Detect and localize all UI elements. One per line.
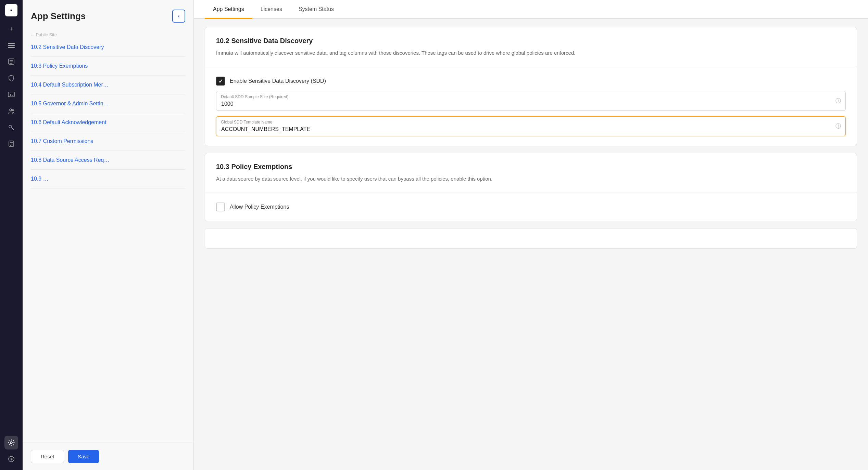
policy-checkbox-row: Allow Policy Exemptions (216, 203, 846, 211)
template-help-icon[interactable]: ⓘ (835, 123, 841, 130)
top-tabs: App Settings Licenses System Status (194, 0, 868, 19)
svg-rect-2 (8, 47, 15, 48)
nav-icon-settings[interactable] (4, 436, 18, 449)
nav-icon-shield[interactable] (4, 71, 18, 85)
sidebar-item-10-4[interactable]: 10.4 Default Subscription Mer… (31, 76, 185, 94)
policy-exemptions-checkbox[interactable] (216, 203, 225, 211)
reset-button[interactable]: Reset (31, 450, 64, 463)
sidebar-item-10-3[interactable]: 10.3 Policy Exemptions (31, 57, 185, 76)
sdd-description: Immuta will automatically discover sensi… (216, 49, 846, 57)
nav-icon-bottom[interactable] (4, 452, 18, 466)
sidebar-title: App Settings (31, 11, 86, 22)
svg-point-11 (9, 125, 12, 128)
nav-icon-users[interactable] (4, 104, 18, 118)
sidebar-item-10-9[interactable]: 10.9 … (31, 170, 185, 188)
template-input-group: Global SDD Template Name ⓘ (216, 116, 846, 136)
sdd-checkbox[interactable] (216, 77, 225, 86)
policy-checkbox-section: Allow Policy Exemptions (205, 193, 857, 221)
svg-rect-1 (8, 45, 15, 46)
main: App Settings Licenses System Status 10.2… (194, 0, 868, 470)
sidebar-faded-label: ··· Public Site (31, 29, 185, 38)
svg-rect-7 (8, 92, 14, 97)
template-input[interactable] (216, 116, 846, 136)
sdd-checkbox-section: Enable Sensitive Data Discovery (SDD) De… (205, 67, 857, 146)
sdd-title-section: 10.2 Sensitive Data Discovery Immuta wil… (205, 27, 857, 67)
sample-size-label: Default SDD Sample Size (Required) (221, 94, 288, 99)
policy-title-section: 10.3 Policy Exemptions At a data source … (205, 153, 857, 193)
sidebar: App Settings ‹ ··· Public Site 10.2 Sens… (23, 0, 194, 470)
nav-icon-layers[interactable] (4, 38, 18, 52)
template-label: Global SDD Template Name (221, 120, 273, 125)
sdd-title: 10.2 Sensitive Data Discovery (216, 37, 846, 45)
policy-exemptions-checkbox-label: Allow Policy Exemptions (230, 204, 289, 210)
sdd-checkbox-label: Enable Sensitive Data Discovery (SDD) (230, 78, 326, 84)
policy-exemptions-title: 10.3 Policy Exemptions (216, 163, 846, 171)
tab-app-settings[interactable]: App Settings (205, 0, 252, 19)
sidebar-item-10-7[interactable]: 10.7 Custom Permissions (31, 132, 185, 151)
nav-icon-terminal[interactable] (4, 88, 18, 101)
sidebar-item-10-2[interactable]: 10.2 Sensitive Data Discovery (31, 38, 185, 57)
nav-logo: ▪ (5, 4, 17, 16)
nav-icon-add[interactable]: ＋ (4, 22, 18, 36)
sidebar-nav: ··· Public Site 10.2 Sensitive Data Disc… (23, 29, 193, 443)
sidebar-item-10-6[interactable]: 10.6 Default Acknowledgement (31, 113, 185, 132)
collapse-button[interactable]: ‹ (172, 10, 185, 23)
svg-point-9 (10, 109, 12, 111)
content-area: 10.2 Sensitive Data Discovery Immuta wil… (194, 19, 868, 470)
sidebar-item-10-8[interactable]: 10.8 Data Source Access Req… (31, 151, 185, 170)
policy-exemptions-card: 10.3 Policy Exemptions At a data source … (205, 153, 857, 221)
sidebar-header: App Settings ‹ (23, 0, 193, 29)
nav-icon-docs[interactable] (4, 137, 18, 151)
sdd-checkbox-row: Enable Sensitive Data Discovery (SDD) (216, 77, 846, 86)
sidebar-footer: Reset Save (23, 443, 193, 470)
chevron-left-icon: ‹ (178, 13, 179, 19)
nav-icon-keys[interactable] (4, 120, 18, 134)
svg-point-10 (12, 109, 14, 111)
sidebar-item-10-5[interactable]: 10.5 Governor & Admin Settin… (31, 94, 185, 113)
svg-rect-0 (8, 43, 15, 44)
tab-licenses[interactable]: Licenses (252, 0, 290, 19)
policy-exemptions-description: At a data source by data source level, i… (216, 175, 846, 183)
sample-size-help-icon[interactable]: ⓘ (835, 97, 841, 105)
svg-point-18 (10, 442, 12, 444)
save-button[interactable]: Save (68, 450, 99, 463)
sample-size-input-group: Default SDD Sample Size (Required) ⓘ (216, 91, 846, 111)
nav-bar: ▪ ＋ (0, 0, 23, 470)
nav-icon-files[interactable] (4, 55, 18, 68)
sample-size-input[interactable] (216, 91, 846, 111)
tab-system-status[interactable]: System Status (290, 0, 342, 19)
next-section-card (205, 228, 857, 249)
sdd-card: 10.2 Sensitive Data Discovery Immuta wil… (205, 27, 857, 146)
